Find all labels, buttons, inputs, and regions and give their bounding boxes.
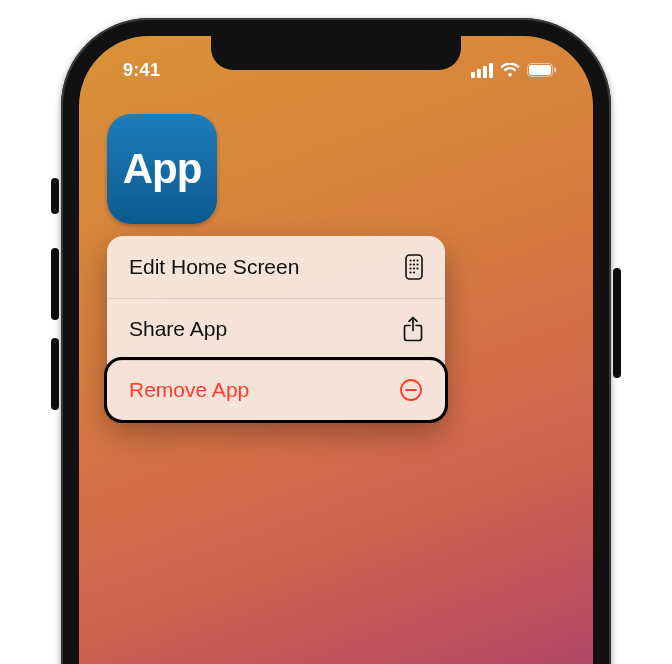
menu-item-label: Edit Home Screen (129, 255, 299, 279)
menu-item-remove-app[interactable]: Remove App (107, 360, 445, 420)
home-screen[interactable]: 9:41 (79, 36, 593, 664)
apps-grid-icon (405, 254, 423, 280)
volume-down-button[interactable] (51, 338, 59, 410)
app-icon[interactable]: App (107, 114, 217, 224)
svg-point-10 (409, 267, 411, 269)
svg-point-13 (409, 271, 411, 273)
status-bar: 9:41 (79, 50, 593, 90)
device-frame: 9:41 (61, 18, 611, 664)
battery-icon (527, 63, 557, 77)
menu-item-label: Remove App (129, 378, 249, 402)
menu-item-share-app[interactable]: Share App (107, 298, 445, 360)
context-menu: Edit Home Screen (107, 236, 445, 420)
remove-icon (399, 378, 423, 402)
share-icon (403, 316, 423, 342)
svg-point-11 (413, 267, 415, 269)
svg-point-8 (413, 263, 415, 265)
svg-rect-3 (406, 255, 422, 279)
svg-point-7 (409, 263, 411, 265)
svg-point-14 (413, 271, 415, 273)
app-icon-label: App (123, 145, 202, 193)
menu-item-label: Share App (129, 317, 227, 341)
svg-point-12 (416, 267, 418, 269)
mute-switch[interactable] (51, 178, 59, 214)
status-indicators (471, 63, 563, 78)
svg-point-9 (416, 263, 418, 265)
svg-rect-1 (529, 65, 551, 75)
svg-point-6 (416, 259, 418, 261)
power-button[interactable] (613, 268, 621, 378)
status-time: 9:41 (109, 60, 160, 81)
volume-up-button[interactable] (51, 248, 59, 320)
wifi-icon (500, 63, 520, 78)
svg-rect-2 (554, 68, 556, 73)
svg-point-5 (413, 259, 415, 261)
svg-point-4 (409, 259, 411, 261)
cellular-signal-icon (471, 63, 493, 78)
menu-item-edit-home-screen[interactable]: Edit Home Screen (107, 236, 445, 298)
